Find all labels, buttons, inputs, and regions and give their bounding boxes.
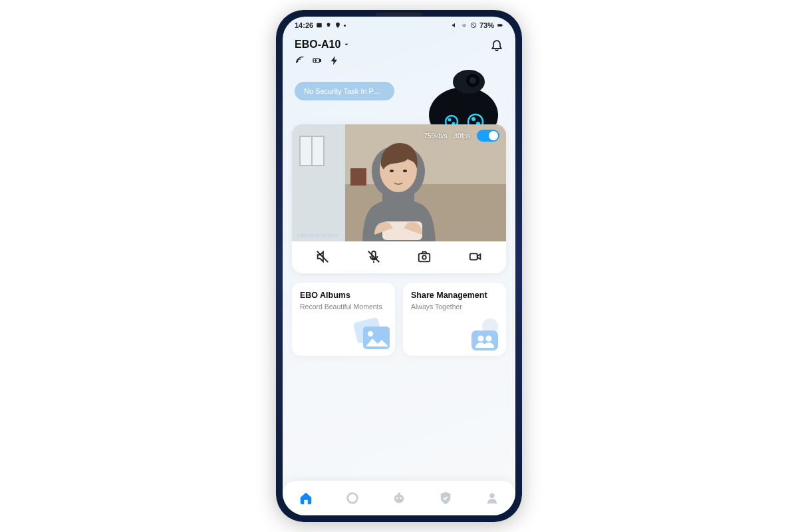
share-subtitle: Always Together [411, 303, 498, 312]
svg-point-36 [423, 255, 427, 259]
albums-subtitle: Record Beautiful Moments [300, 303, 387, 312]
nav-home[interactable] [299, 491, 313, 505]
svg-point-10 [466, 74, 479, 87]
svg-point-14 [448, 118, 452, 122]
video-toggle[interactable] [477, 130, 499, 142]
no-data-icon [470, 22, 477, 29]
speaker-mute-button[interactable] [315, 249, 330, 264]
device-status-icons [283, 54, 515, 70]
battery-charge-icon [312, 55, 323, 66]
albums-card[interactable]: EBO Albums Record Beautiful Moments [292, 283, 395, 356]
svg-rect-49 [398, 493, 400, 495]
nav-security[interactable] [438, 491, 453, 505]
video-timestamp: 2023-05-03 14:26:24 [297, 233, 338, 237]
svg-point-40 [368, 331, 373, 336]
video-bitrate: 759kb/s [424, 132, 448, 140]
record-video-button[interactable] [468, 249, 483, 264]
chevron-down-icon [343, 41, 350, 48]
wifi-icon [461, 22, 467, 29]
nav-circle[interactable] [345, 491, 360, 505]
albums-card-icon [352, 317, 392, 353]
svg-point-11 [469, 77, 476, 84]
share-title: Share Management [411, 291, 498, 300]
mute-icon [452, 22, 458, 29]
svg-point-9 [453, 70, 485, 94]
svg-point-30 [403, 170, 407, 172]
image-icon [316, 22, 323, 29]
mic-mute-button[interactable] [366, 249, 381, 264]
svg-rect-0 [317, 23, 322, 28]
svg-point-45 [348, 493, 358, 503]
albums-title: EBO Albums [300, 291, 387, 300]
security-status-pill[interactable]: No Security Task In P… [295, 82, 394, 100]
svg-point-17 [471, 117, 475, 121]
bolt-icon [329, 55, 340, 66]
nav-robot[interactable] [392, 491, 406, 505]
snapshot-button[interactable] [417, 249, 432, 264]
svg-point-29 [390, 170, 394, 172]
video-fps: 30fps [454, 132, 470, 140]
share-management-card[interactable]: Share Management Always Together [403, 283, 506, 356]
svg-point-46 [394, 495, 404, 503]
svg-point-43 [478, 336, 484, 342]
svg-rect-37 [470, 253, 477, 259]
live-video-feed[interactable]: 759kb/s 30fps 2023-05-03 14:26:24 [292, 124, 506, 241]
status-time: 14:26 [295, 21, 313, 29]
battery-percent: 73% [479, 21, 494, 29]
svg-point-44 [486, 336, 492, 342]
screen: 14:26 73% EBO-A10 [283, 17, 515, 515]
video-controls [292, 241, 506, 273]
svg-point-50 [489, 493, 494, 498]
svg-rect-5 [320, 60, 321, 62]
status-bar: 14:26 73% [283, 17, 515, 34]
feature-cards-row: EBO Albums Record Beautiful Moments Shar… [283, 273, 515, 356]
device-selector[interactable]: EBO-A10 [295, 39, 350, 51]
svg-rect-3 [502, 25, 503, 26]
svg-point-47 [396, 497, 398, 499]
device-name: EBO-A10 [295, 39, 340, 51]
status-dot [344, 25, 346, 27]
share-card-icon [464, 317, 503, 353]
header: EBO-A10 [283, 34, 515, 54]
battery-icon [497, 22, 503, 29]
live-video-card: 759kb/s 30fps 2023-05-03 14:26:24 [292, 124, 506, 273]
signal-icon [295, 55, 305, 66]
notification-bell-icon[interactable] [490, 38, 503, 51]
bottom-nav [283, 481, 515, 515]
svg-rect-2 [497, 24, 502, 26]
person-in-feed [342, 135, 456, 241]
svg-rect-35 [419, 253, 430, 261]
phone-frame: 14:26 73% EBO-A10 [276, 10, 522, 522]
lightbulb-icon [325, 22, 332, 29]
svg-point-48 [400, 497, 402, 499]
nav-profile[interactable] [485, 491, 499, 505]
location-icon [334, 22, 341, 29]
